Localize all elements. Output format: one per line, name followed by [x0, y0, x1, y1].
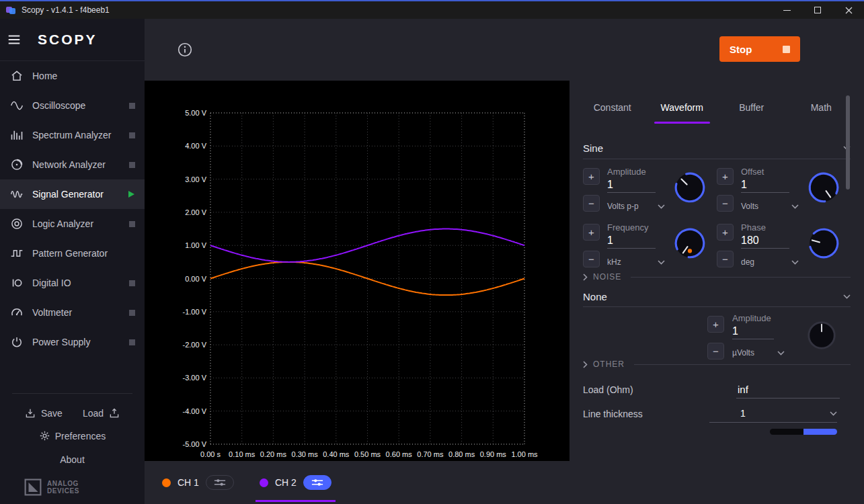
- offset-decrease-button[interactable]: −: [717, 195, 734, 212]
- channel-ch-2-button[interactable]: CH 2: [256, 461, 336, 504]
- minimize-icon: [783, 10, 791, 11]
- load-button[interactable]: Load: [83, 407, 120, 419]
- sidebar-item-label: Power Supply: [32, 337, 90, 347]
- channel-label: CH 2: [275, 477, 297, 488]
- load-label: Load: [83, 408, 104, 419]
- stopped-indicator-icon: [129, 280, 135, 286]
- sidebar-item-home[interactable]: Home: [0, 61, 145, 91]
- amplitude-unit-dropdown[interactable]: Volts p-p: [607, 202, 665, 211]
- phase-knob[interactable]: [806, 225, 842, 261]
- tab-buffer[interactable]: Buffer: [717, 95, 787, 120]
- maximize-button[interactable]: [802, 1, 833, 19]
- plot-canvas[interactable]: [145, 81, 570, 461]
- maximize-icon: [814, 7, 821, 13]
- close-button[interactable]: [833, 1, 864, 19]
- load-row: Load (Ohm): [583, 379, 851, 402]
- stopped-indicator-icon: [129, 339, 135, 345]
- noise-amplitude-decrease-button[interactable]: −: [707, 343, 724, 360]
- sidebar-item-digital-io[interactable]: Digital IO: [0, 268, 145, 298]
- amplitude-increase-button[interactable]: +: [583, 168, 600, 185]
- tab-constant[interactable]: Constant: [578, 95, 647, 120]
- tab-label: Waveform: [661, 102, 703, 113]
- offset-value[interactable]: 1: [741, 179, 789, 193]
- load-ohm-input[interactable]: [736, 380, 840, 398]
- stopped-indicator-icon: [129, 103, 135, 109]
- about-button[interactable]: About: [60, 454, 85, 465]
- frequency-increase-button[interactable]: +: [583, 224, 600, 241]
- line-thickness-dropdown[interactable]: 1: [709, 405, 837, 423]
- amplitude-label: Amplitude: [607, 167, 646, 177]
- phase-decrease-button[interactable]: −: [717, 251, 734, 267]
- y-axis-tick: -4.00 V: [153, 407, 206, 415]
- control-amplitude: +−Amplitude1Volts p-p: [583, 163, 717, 218]
- menu-toggle-button[interactable]: [7, 32, 22, 47]
- spectrum-analyzer-icon: [9, 128, 24, 142]
- frequency-knob[interactable]: [672, 225, 708, 261]
- y-axis-tick: 4.00 V: [153, 142, 206, 150]
- about-row: About: [0, 454, 145, 465]
- chevron-right-icon: [583, 274, 588, 281]
- save-load-row: Save Load: [0, 407, 145, 419]
- phase-increase-button[interactable]: +: [717, 224, 734, 241]
- y-axis-tick: -1.00 V: [153, 308, 206, 316]
- sidebar-item-label: Spectrum Analyzer: [32, 130, 112, 140]
- noise-amplitude-value[interactable]: 1: [732, 325, 774, 339]
- preview-toggle-slider[interactable]: [770, 429, 837, 435]
- offset-increase-button[interactable]: +: [717, 168, 734, 185]
- sidebar-item-voltmeter[interactable]: Voltmeter: [0, 298, 145, 327]
- channel-ch-1-settings-toggle[interactable]: [206, 475, 234, 490]
- info-button[interactable]: [178, 42, 192, 57]
- noise-section-header[interactable]: NOISE: [583, 271, 851, 282]
- chevron-right-icon: [583, 361, 588, 368]
- analog-devices-logo: ANALOG DEVICES: [24, 478, 79, 496]
- noise-amplitude-increase-button[interactable]: +: [707, 316, 724, 333]
- instrument-toolbar: Stop: [145, 19, 864, 81]
- phase-unit-dropdown[interactable]: deg: [741, 257, 799, 267]
- signal-plot[interactable]: 5.00 V4.00 V3.00 V2.00 V1.00 V0.00 V-1.0…: [145, 81, 570, 461]
- waveform-controls: +−Amplitude1Volts p-p+−Offset1Volts+−Fre…: [583, 163, 851, 274]
- load-icon: [108, 407, 120, 419]
- phase-unit: deg: [741, 257, 754, 267]
- waveform-type-dropdown[interactable]: Sine: [583, 137, 851, 159]
- amplitude-value[interactable]: 1: [607, 179, 656, 193]
- divider: [12, 393, 132, 394]
- save-button[interactable]: Save: [24, 407, 63, 419]
- amplitude-knob[interactable]: [672, 169, 708, 206]
- frequency-decrease-button[interactable]: −: [583, 251, 600, 267]
- tab-label: Buffer: [739, 102, 764, 113]
- minimize-button[interactable]: [771, 1, 802, 19]
- sidebar-item-pattern-generator[interactable]: Pattern Generator: [0, 239, 145, 268]
- active-channel-underline: [256, 500, 336, 502]
- stop-label: Stop: [730, 44, 752, 55]
- app-logo: SCOPY: [38, 32, 97, 48]
- channel-ch-2-settings-toggle[interactable]: [303, 475, 331, 490]
- tab-waveform[interactable]: Waveform: [647, 95, 717, 120]
- phase-value[interactable]: 180: [741, 235, 789, 249]
- sidebar-item-power-supply[interactable]: Power Supply: [0, 327, 145, 357]
- other-section-header[interactable]: OTHER: [583, 359, 851, 370]
- frequency-unit-dropdown[interactable]: kHz: [607, 257, 665, 267]
- y-axis-tick: -5.00 V: [153, 440, 206, 448]
- frequency-unit: kHz: [607, 257, 621, 267]
- noise-type-dropdown[interactable]: None: [583, 286, 851, 307]
- offset-unit-dropdown[interactable]: Volts: [741, 202, 799, 211]
- sidebar-item-spectrum-analyzer[interactable]: Spectrum Analyzer: [0, 120, 145, 150]
- sidebar-item-network-analyzer[interactable]: Network Analyzer: [0, 150, 145, 179]
- frequency-value[interactable]: 1: [607, 235, 656, 249]
- slider-track-on: [803, 429, 837, 435]
- channel-ch-1-button[interactable]: CH 1: [158, 461, 238, 504]
- window-titlebar: Scopy - v1.4.1 - f4beeb1: [0, 0, 864, 19]
- run-stop-button[interactable]: Stop: [719, 36, 800, 62]
- offset-knob[interactable]: [806, 169, 842, 206]
- panel-scrollbar[interactable]: [846, 95, 850, 190]
- sidebar-item-oscilloscope[interactable]: Oscilloscope: [0, 91, 145, 120]
- sidebar-item-logic-analyzer[interactable]: Logic Analyzer: [0, 209, 145, 239]
- amplitude-decrease-button[interactable]: −: [583, 195, 600, 212]
- chevron-down-icon: [791, 260, 799, 265]
- noise-amplitude-unit-dropdown[interactable]: µVolts: [732, 348, 785, 358]
- noise-amplitude-knob[interactable]: [805, 319, 838, 352]
- preferences-button[interactable]: Preferences: [39, 430, 106, 442]
- voltmeter-icon: [9, 305, 24, 320]
- sidebar-item-label: Signal Generator: [32, 189, 104, 200]
- sidebar-item-signal-generator[interactable]: Signal Generator: [0, 179, 145, 209]
